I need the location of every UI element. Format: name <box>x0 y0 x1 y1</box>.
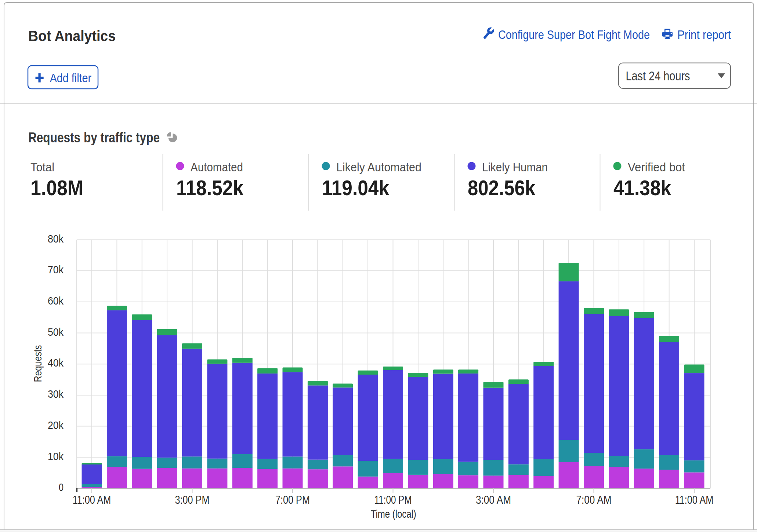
svg-text:Configure Super Bot Fight Mode: Configure Super Bot Fight Mode <box>498 28 650 41</box>
svg-text:Likely Human: Likely Human <box>482 160 548 174</box>
svg-text:Bot Analytics: Bot Analytics <box>28 28 116 44</box>
svg-text:20k: 20k <box>48 419 64 431</box>
svg-text:Last 24 hours: Last 24 hours <box>626 69 690 83</box>
svg-text:41.38k: 41.38k <box>613 176 671 200</box>
svg-text:3:00 PM: 3:00 PM <box>175 493 210 506</box>
svg-text:70k: 70k <box>48 264 64 276</box>
svg-text:3:00 AM: 3:00 AM <box>476 493 511 506</box>
svg-text:119.04k: 119.04k <box>322 176 390 200</box>
svg-text:Print report: Print report <box>677 28 731 41</box>
svg-text:80k: 80k <box>48 233 64 245</box>
svg-text:Automated: Automated <box>191 160 243 174</box>
svg-text:Verified bot: Verified bot <box>628 160 685 174</box>
svg-text:Likely Automated: Likely Automated <box>336 160 421 174</box>
svg-text:1.08M: 1.08M <box>30 176 83 200</box>
svg-text:Total: Total <box>30 160 54 174</box>
svg-text:Time (local): Time (local) <box>371 508 416 520</box>
svg-text:50k: 50k <box>48 326 64 338</box>
svg-text:40k: 40k <box>48 357 64 369</box>
svg-text:802.56k: 802.56k <box>468 176 536 200</box>
svg-text:7:00 PM: 7:00 PM <box>275 493 310 506</box>
svg-text:10k: 10k <box>48 451 64 462</box>
svg-text:60k: 60k <box>48 295 64 307</box>
svg-text:Add filter: Add filter <box>50 71 92 85</box>
svg-text:Requests: Requests <box>32 345 44 382</box>
svg-text:7:00 AM: 7:00 AM <box>576 493 612 506</box>
svg-text:30k: 30k <box>48 388 64 400</box>
svg-text:11:00 PM: 11:00 PM <box>374 493 412 506</box>
svg-text:0: 0 <box>59 481 64 493</box>
svg-text:11:00 AM: 11:00 AM <box>73 493 111 506</box>
svg-text:Requests by traffic type: Requests by traffic type <box>28 130 160 145</box>
svg-text:11:00 AM: 11:00 AM <box>675 493 714 506</box>
svg-text:118.52k: 118.52k <box>176 176 244 200</box>
